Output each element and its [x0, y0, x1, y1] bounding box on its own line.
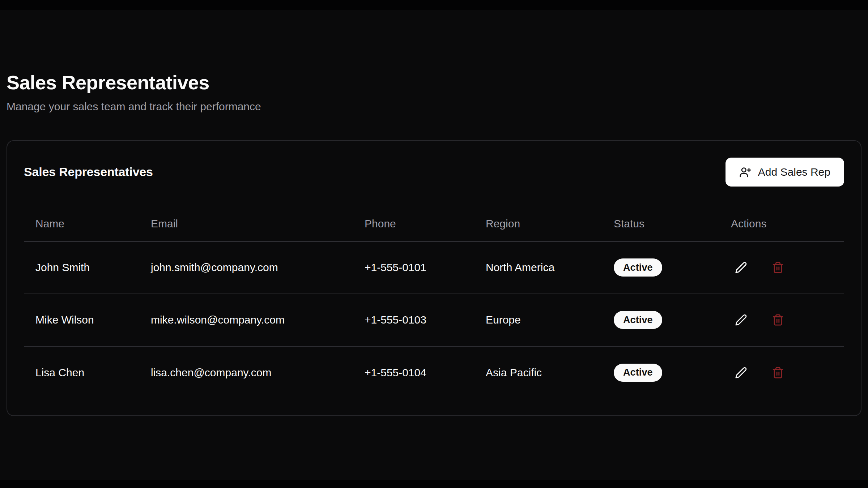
rep-email: lisa.chen@company.com [139, 346, 353, 399]
delete-button[interactable] [768, 363, 788, 383]
column-header-actions: Actions [719, 207, 844, 241]
status-badge: Active [614, 311, 662, 329]
rep-name: Mike Wilson [24, 294, 139, 346]
rep-region: Asia Pacific [474, 346, 602, 399]
add-sales-rep-label: Add Sales Rep [758, 166, 830, 178]
row-actions [731, 257, 833, 278]
table-row: John Smith john.smith@company.com +1-555… [24, 241, 844, 294]
rep-phone: +1-555-0104 [353, 346, 474, 399]
rep-status-cell: Active [602, 346, 719, 399]
rep-region: Europe [474, 294, 602, 346]
rep-name: Lisa Chen [24, 346, 139, 399]
status-badge: Active [614, 258, 662, 277]
row-actions [731, 310, 833, 330]
rep-status-cell: Active [602, 241, 719, 294]
rep-phone: +1-555-0103 [353, 294, 474, 346]
sales-reps-card: Sales Representatives Add Sales Rep [7, 140, 861, 416]
rep-actions-cell [719, 346, 844, 399]
sales-reps-table: Name Email Phone Region Status Actions J… [24, 207, 844, 399]
pencil-icon [735, 367, 747, 379]
pencil-icon [735, 314, 747, 326]
card-header: Sales Representatives Add Sales Rep [24, 158, 844, 187]
rep-region: North America [474, 241, 602, 294]
trash-icon [772, 367, 784, 379]
row-actions [731, 363, 833, 383]
rep-actions-cell [719, 294, 844, 346]
rep-status-cell: Active [602, 294, 719, 346]
rep-name: John Smith [24, 241, 139, 294]
edit-button[interactable] [731, 363, 751, 383]
rep-actions-cell [719, 241, 844, 294]
table-row: Mike Wilson mike.wilson@company.com +1-5… [24, 294, 844, 346]
delete-button[interactable] [768, 257, 788, 278]
card-title: Sales Representatives [24, 165, 153, 179]
column-header-region: Region [474, 207, 602, 241]
delete-button[interactable] [768, 310, 788, 330]
column-header-status: Status [602, 207, 719, 241]
edit-button[interactable] [731, 257, 751, 278]
sales-representatives-page: Sales Representatives Manage your sales … [0, 0, 868, 488]
column-header-email: Email [139, 207, 353, 241]
page-subtitle: Manage your sales team and track their p… [7, 99, 861, 114]
status-badge: Active [614, 364, 662, 382]
table-row: Lisa Chen lisa.chen@company.com +1-555-0… [24, 346, 844, 399]
pencil-icon [735, 261, 747, 274]
column-header-phone: Phone [353, 207, 474, 241]
trash-icon [772, 314, 784, 326]
edit-button[interactable] [731, 310, 751, 330]
user-plus-icon [739, 166, 752, 178]
rep-email: john.smith@company.com [139, 241, 353, 294]
page-title: Sales Representatives [7, 0, 861, 94]
table-header-row: Name Email Phone Region Status Actions [24, 207, 844, 241]
rep-email: mike.wilson@company.com [139, 294, 353, 346]
column-header-name: Name [24, 207, 139, 241]
trash-icon [772, 261, 784, 274]
rep-phone: +1-555-0101 [353, 241, 474, 294]
add-sales-rep-button[interactable]: Add Sales Rep [726, 158, 844, 187]
